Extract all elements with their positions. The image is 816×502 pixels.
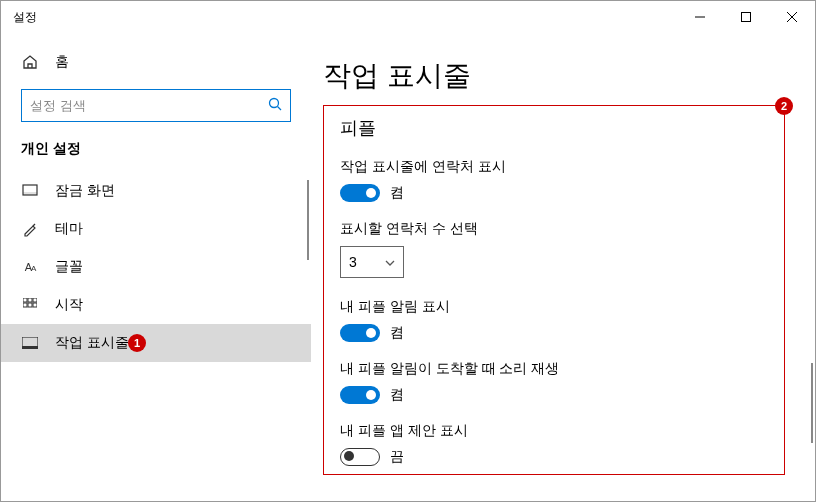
annotation-box-2: 2 피플 작업 표시줄에 연락처 표시 켬 표시할 연락처 수 선택 3 내 피… — [323, 105, 785, 475]
search-input[interactable] — [30, 98, 268, 113]
setting-label: 내 피플 앱 제안 표시 — [340, 422, 768, 440]
home-icon — [21, 54, 39, 70]
toggle-state: 켬 — [390, 184, 404, 202]
scrollbar[interactable] — [811, 363, 813, 443]
svg-rect-13 — [33, 303, 37, 307]
scrollbar[interactable] — [307, 180, 309, 260]
sidebar: 홈 개인 설정 잠금 화면 테마 AA — [1, 33, 311, 501]
maximize-button[interactable] — [723, 1, 769, 33]
sidebar-item-label: 잠금 화면 — [55, 182, 115, 200]
toggle-people-notifications[interactable] — [340, 324, 380, 342]
sidebar-item-label: 테마 — [55, 220, 83, 238]
home-nav[interactable]: 홈 — [1, 43, 311, 81]
close-button[interactable] — [769, 1, 815, 33]
page-title: 작업 표시줄 — [323, 33, 785, 101]
svg-rect-8 — [23, 298, 27, 302]
content-area: 작업 표시줄 2 피플 작업 표시줄에 연락처 표시 켬 표시할 연락처 수 선… — [311, 33, 815, 501]
sidebar-item-label: 글꼴 — [55, 258, 83, 276]
sidebar-item-label: 시작 — [55, 296, 83, 314]
themes-icon — [21, 221, 39, 237]
sidebar-item-start[interactable]: 시작 — [1, 286, 311, 324]
sidebar-item-fonts[interactable]: AA 글꼴 — [1, 248, 311, 286]
annotation-marker-2: 2 — [775, 97, 793, 115]
svg-rect-11 — [23, 303, 27, 307]
titlebar: 설정 — [1, 1, 815, 33]
svg-line-5 — [278, 107, 282, 111]
setting-label: 내 피플 알림이 도착할 때 소리 재생 — [340, 360, 768, 378]
toggle-state: 켬 — [390, 324, 404, 342]
toggle-app-suggestions[interactable] — [340, 448, 380, 466]
minimize-button[interactable] — [677, 1, 723, 33]
sidebar-item-taskbar[interactable]: 작업 표시줄 1 — [1, 324, 311, 362]
search-icon — [268, 97, 282, 114]
select-value: 3 — [349, 254, 357, 270]
contacts-count-select[interactable]: 3 — [340, 246, 404, 278]
toggle-state: 켬 — [390, 386, 404, 404]
svg-point-4 — [270, 99, 279, 108]
home-label: 홈 — [55, 53, 69, 71]
toggle-notification-sound[interactable] — [340, 386, 380, 404]
svg-rect-12 — [28, 303, 32, 307]
toggle-state: 끔 — [390, 448, 404, 466]
setting-label: 표시할 연락처 수 선택 — [340, 220, 768, 238]
svg-rect-1 — [742, 13, 751, 22]
search-input-wrap[interactable] — [21, 89, 291, 122]
sidebar-item-label: 작업 표시줄 — [55, 334, 129, 352]
toggle-contacts-on-taskbar[interactable] — [340, 184, 380, 202]
window-title: 설정 — [13, 9, 677, 26]
svg-rect-7 — [23, 192, 37, 195]
sidebar-item-themes[interactable]: 테마 — [1, 210, 311, 248]
svg-rect-9 — [28, 298, 32, 302]
sidebar-item-lockscreen[interactable]: 잠금 화면 — [1, 172, 311, 210]
fonts-icon: AA — [21, 261, 39, 273]
svg-rect-15 — [22, 346, 38, 349]
people-heading: 피플 — [340, 116, 768, 140]
start-icon — [21, 298, 39, 312]
lockscreen-icon — [21, 184, 39, 198]
svg-rect-10 — [33, 298, 37, 302]
section-title: 개인 설정 — [1, 140, 311, 172]
chevron-down-icon — [385, 257, 395, 268]
setting-label: 내 피플 알림 표시 — [340, 298, 768, 316]
taskbar-icon — [21, 337, 39, 349]
setting-label: 작업 표시줄에 연락처 표시 — [340, 158, 768, 176]
annotation-marker-1: 1 — [128, 334, 146, 352]
